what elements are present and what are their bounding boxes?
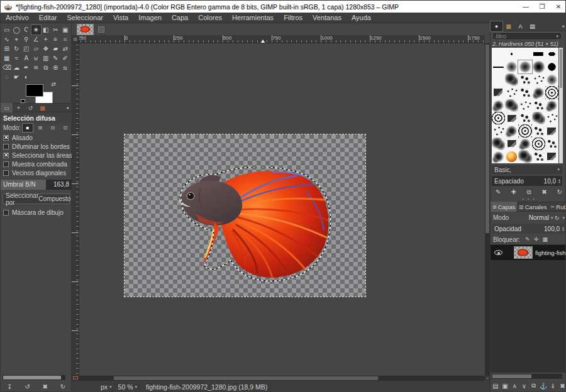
flip-tool[interactable]: ⇄ (60, 44, 70, 53)
spinner-arrows-icon[interactable]: ▲▼ (562, 226, 565, 231)
brush-item[interactable] (545, 138, 558, 150)
brush-item[interactable] (518, 48, 531, 60)
brush-grid-scrollbar[interactable] (559, 48, 563, 163)
handle-transform-tool[interactable]: ❖ (41, 44, 51, 53)
lock-position-button[interactable]: ✛ (532, 236, 541, 242)
menu-item[interactable]: Filtros (279, 13, 308, 23)
tool-options-tab[interactable]: ▭ (1, 103, 13, 112)
menu-item[interactable]: Editar (34, 13, 62, 23)
rectangle-select-tool[interactable]: ▭ (2, 25, 12, 35)
brush-item[interactable] (492, 138, 505, 150)
duplicate-layer-button[interactable]: ⧉ (529, 382, 538, 389)
smudge-tool[interactable]: ☛ (12, 72, 22, 82)
raise-layer-button[interactable]: ∧ (510, 383, 519, 389)
mode-replace-button[interactable]: ■ (23, 124, 33, 132)
edit-brush-button[interactable]: ✎ (493, 188, 503, 195)
brush-item[interactable] (545, 74, 558, 86)
mode-switch-button[interactable]: ↻ (553, 215, 560, 221)
brush-item[interactable] (505, 150, 518, 163)
text-tool[interactable]: A (21, 53, 31, 63)
minimize-button[interactable]: — (518, 1, 534, 13)
brush-item[interactable] (518, 99, 531, 112)
patterns-tab[interactable]: ▦ (502, 21, 514, 31)
brush-item[interactable] (492, 112, 505, 124)
draw-mask-row[interactable]: Máscara de dibujo (1, 208, 72, 217)
menu-item[interactable]: Vista (108, 13, 133, 23)
brush-item[interactable] (505, 124, 518, 137)
eraser-tool[interactable]: ⌫ (2, 63, 12, 72)
brush-tag-dropdown[interactable]: Basic, ▾ (492, 165, 562, 174)
brush-filter-input[interactable]: filtro ▾ (492, 32, 562, 40)
brush-item[interactable] (532, 60, 545, 73)
brush-item[interactable] (545, 150, 558, 163)
mode-intersect-button[interactable]: ⊡ (60, 124, 70, 132)
measure-tool[interactable]: ∠ (31, 35, 42, 44)
unified-transform-tool[interactable]: ⊞ (2, 44, 12, 53)
document-history-tab[interactable]: ▤ (526, 21, 538, 31)
brush-item[interactable] (492, 99, 505, 112)
checkbox[interactable] (3, 170, 9, 176)
channels-tab[interactable]: ▥ Canales (517, 202, 548, 212)
ruler-corner-button[interactable]: ⊞ (72, 35, 79, 43)
merge-layer-button[interactable]: ⇓ (548, 383, 558, 389)
gradient-tool[interactable]: ▥ (41, 53, 51, 63)
tool-option-row[interactable]: Vecinos diagonales (1, 168, 72, 177)
tool-options-scrollbar[interactable] (3, 375, 65, 380)
canvas-vertical-scrollbar[interactable] (485, 43, 490, 376)
layer-opacity-slider[interactable]: Opacidad 100,0 ▲▼ (492, 224, 566, 234)
brush-item[interactable] (545, 124, 558, 137)
brush-item[interactable] (532, 86, 545, 99)
checkbox[interactable] (3, 210, 9, 215)
tool-option-row[interactable]: Seleccionar las áreas transparentes (1, 151, 72, 160)
image-tab[interactable] (77, 24, 94, 35)
restore-tool-preset-button[interactable]: ↺ (22, 383, 32, 390)
brush-spacing-slider[interactable]: Espaciado 10,0 ▲▼ (492, 176, 562, 186)
new-layer-group-button[interactable]: ▣ (500, 383, 509, 389)
scissors-select-tool[interactable]: ✂ (51, 25, 61, 35)
device-status-tab[interactable]: ⌖ (13, 103, 25, 112)
navigation-button[interactable]: + (485, 376, 490, 381)
mode-subtract-button[interactable]: ⊟ (48, 124, 58, 132)
airbrush-tool[interactable]: ☁ (12, 63, 22, 72)
new-brush-button[interactable]: ✚ (509, 188, 519, 195)
menu-item[interactable]: Archivo (1, 13, 34, 23)
horizontal-ruler[interactable]: -25002505007501000125015001750 (79, 35, 485, 43)
ellipse-select-tool[interactable]: ◯ (12, 25, 22, 35)
brush-item[interactable] (518, 138, 531, 150)
brush-item[interactable] (518, 150, 531, 163)
menu-item[interactable]: Ayuda (347, 13, 376, 23)
layer-row[interactable]: fighting-fish-200 (491, 245, 566, 260)
foreground-color-swatch[interactable] (26, 84, 43, 97)
layers-tab[interactable]: ≣ Capas (491, 202, 517, 212)
brush-item[interactable] (545, 60, 558, 73)
checkbox[interactable] (3, 135, 9, 141)
canvas-horizontal-scrollbar[interactable] (79, 376, 485, 381)
shear-tool[interactable]: ▱ (31, 44, 42, 53)
canvas-viewport[interactable] (79, 43, 485, 376)
brush-item[interactable] (518, 60, 531, 73)
images-tab[interactable]: ▩ (36, 103, 48, 112)
brush-item[interactable] (545, 48, 558, 60)
brush-item[interactable] (492, 74, 505, 86)
reset-tool-options-button[interactable]: ↻ (58, 383, 68, 390)
scale-tool[interactable]: ◰ (21, 44, 31, 53)
dodge-burn-tool[interactable]: ◐ (21, 72, 31, 82)
cage-transform-tool[interactable]: ▦ (2, 53, 12, 63)
blur-sharpen-tool[interactable]: ◌ (2, 72, 12, 82)
brush-item[interactable] (518, 124, 531, 137)
layer-list-scrollbar[interactable] (492, 374, 562, 379)
brush-item[interactable] (505, 138, 518, 150)
pencil-tool[interactable]: ✎ (51, 53, 61, 63)
collapse-right-dock-icon[interactable]: ◂ (558, 23, 566, 29)
delete-brush-button[interactable]: ✖ (539, 188, 549, 195)
swap-colors-icon[interactable]: ⇄ (51, 81, 56, 87)
brush-item[interactable] (492, 60, 505, 73)
maximize-button[interactable]: ❐ (534, 1, 550, 13)
brush-item[interactable] (492, 48, 505, 60)
duplicate-brush-button[interactable]: ⧉ (524, 188, 534, 196)
undo-history-tab[interactable]: ↺ (25, 103, 36, 112)
brush-item[interactable] (532, 99, 545, 112)
brush-item[interactable] (532, 138, 545, 150)
perspective-tool[interactable]: ▰ (51, 44, 61, 53)
bucket-fill-tool[interactable]: ⊍ (31, 53, 42, 63)
